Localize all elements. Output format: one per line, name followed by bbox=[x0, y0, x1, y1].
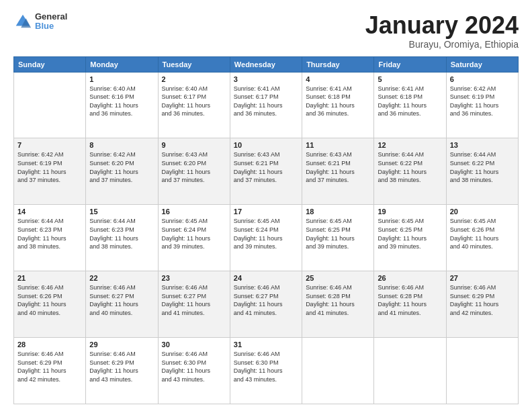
day-info: Sunrise: 6:46 AM Sunset: 6:28 PM Dayligh… bbox=[306, 283, 370, 317]
header-sunday: Sunday bbox=[14, 56, 86, 72]
day-info: Sunrise: 6:42 AM Sunset: 6:19 PM Dayligh… bbox=[17, 150, 82, 184]
day-number: 8 bbox=[89, 141, 154, 149]
table-row: 21Sunrise: 6:46 AM Sunset: 6:26 PM Dayli… bbox=[14, 271, 86, 338]
day-number: 30 bbox=[162, 340, 226, 349]
day-info: Sunrise: 6:44 AM Sunset: 6:22 PM Dayligh… bbox=[450, 150, 515, 184]
table-row: 28Sunrise: 6:46 AM Sunset: 6:29 PM Dayli… bbox=[14, 338, 86, 404]
table-row: 10Sunrise: 6:43 AM Sunset: 6:21 PM Dayli… bbox=[230, 138, 302, 205]
day-number: 7 bbox=[17, 141, 82, 149]
day-info: Sunrise: 6:46 AM Sunset: 6:30 PM Dayligh… bbox=[234, 350, 298, 383]
day-number: 12 bbox=[378, 141, 442, 149]
table-row: 8Sunrise: 6:42 AM Sunset: 6:20 PM Daylig… bbox=[86, 138, 158, 205]
header-thursday: Thursday bbox=[302, 56, 374, 72]
calendar-table: Sunday Monday Tuesday Wednesday Thursday… bbox=[13, 56, 519, 404]
day-number: 27 bbox=[450, 274, 515, 282]
day-info: Sunrise: 6:45 AM Sunset: 6:26 PM Dayligh… bbox=[450, 217, 515, 250]
day-info: Sunrise: 6:44 AM Sunset: 6:22 PM Dayligh… bbox=[378, 150, 442, 184]
table-row: 14Sunrise: 6:44 AM Sunset: 6:23 PM Dayli… bbox=[14, 205, 86, 271]
day-info: Sunrise: 6:40 AM Sunset: 6:17 PM Dayligh… bbox=[162, 85, 226, 118]
day-number: 17 bbox=[234, 208, 298, 216]
table-row: 2Sunrise: 6:40 AM Sunset: 6:17 PM Daylig… bbox=[158, 72, 230, 138]
day-info: Sunrise: 6:41 AM Sunset: 6:18 PM Dayligh… bbox=[378, 85, 442, 118]
day-number: 19 bbox=[378, 208, 442, 216]
table-row: 17Sunrise: 6:45 AM Sunset: 6:24 PM Dayli… bbox=[230, 205, 302, 271]
day-info: Sunrise: 6:44 AM Sunset: 6:23 PM Dayligh… bbox=[17, 217, 82, 250]
day-info: Sunrise: 6:44 AM Sunset: 6:23 PM Dayligh… bbox=[89, 217, 154, 250]
day-info: Sunrise: 6:46 AM Sunset: 6:27 PM Dayligh… bbox=[234, 283, 298, 317]
location-subtitle: Burayu, Oromiya, Ethiopia bbox=[365, 39, 519, 50]
day-number: 9 bbox=[162, 141, 226, 149]
table-row: 18Sunrise: 6:45 AM Sunset: 6:25 PM Dayli… bbox=[302, 205, 374, 271]
logo-line1: General bbox=[35, 12, 67, 21]
logo-text: General Blue bbox=[35, 12, 67, 32]
table-row: 19Sunrise: 6:45 AM Sunset: 6:25 PM Dayli… bbox=[374, 205, 446, 271]
day-number: 11 bbox=[306, 141, 370, 149]
day-info: Sunrise: 6:45 AM Sunset: 6:25 PM Dayligh… bbox=[378, 217, 442, 250]
calendar-week-row: 1Sunrise: 6:40 AM Sunset: 6:16 PM Daylig… bbox=[14, 72, 519, 138]
month-title: January 2024 bbox=[365, 12, 519, 39]
day-info: Sunrise: 6:45 AM Sunset: 6:25 PM Dayligh… bbox=[306, 217, 370, 250]
page: General Blue January 2024 Burayu, Oromiy… bbox=[0, 0, 532, 411]
table-row: 31Sunrise: 6:46 AM Sunset: 6:30 PM Dayli… bbox=[230, 338, 302, 404]
table-row: 3Sunrise: 6:41 AM Sunset: 6:17 PM Daylig… bbox=[230, 72, 302, 138]
day-info: Sunrise: 6:46 AM Sunset: 6:28 PM Dayligh… bbox=[378, 283, 442, 317]
weekday-header-row: Sunday Monday Tuesday Wednesday Thursday… bbox=[14, 56, 519, 72]
table-row: 15Sunrise: 6:44 AM Sunset: 6:23 PM Dayli… bbox=[86, 205, 158, 271]
table-row: 5Sunrise: 6:41 AM Sunset: 6:18 PM Daylig… bbox=[374, 72, 446, 138]
logo-line2: Blue bbox=[35, 21, 67, 31]
table-row: 6Sunrise: 6:42 AM Sunset: 6:19 PM Daylig… bbox=[446, 72, 518, 138]
table-row: 4Sunrise: 6:41 AM Sunset: 6:18 PM Daylig… bbox=[302, 72, 374, 138]
calendar-week-row: 21Sunrise: 6:46 AM Sunset: 6:26 PM Dayli… bbox=[14, 271, 519, 338]
table-row: 30Sunrise: 6:46 AM Sunset: 6:30 PM Dayli… bbox=[158, 338, 230, 404]
day-number: 22 bbox=[89, 274, 154, 282]
day-number: 21 bbox=[17, 274, 82, 282]
header-friday: Friday bbox=[374, 56, 446, 72]
table-row: 12Sunrise: 6:44 AM Sunset: 6:22 PM Dayli… bbox=[374, 138, 446, 205]
day-number: 29 bbox=[89, 340, 154, 349]
table-row: 7Sunrise: 6:42 AM Sunset: 6:19 PM Daylig… bbox=[14, 138, 86, 205]
day-number: 6 bbox=[450, 75, 515, 83]
day-number: 3 bbox=[234, 75, 298, 83]
day-number: 5 bbox=[378, 75, 442, 83]
day-number: 2 bbox=[162, 75, 226, 83]
calendar-week-row: 7Sunrise: 6:42 AM Sunset: 6:19 PM Daylig… bbox=[14, 138, 519, 205]
day-number: 25 bbox=[306, 274, 370, 282]
day-info: Sunrise: 6:40 AM Sunset: 6:16 PM Dayligh… bbox=[89, 85, 154, 118]
day-info: Sunrise: 6:41 AM Sunset: 6:18 PM Dayligh… bbox=[306, 85, 370, 118]
day-number: 10 bbox=[234, 141, 298, 149]
table-row: 20Sunrise: 6:45 AM Sunset: 6:26 PM Dayli… bbox=[446, 205, 518, 271]
title-block: January 2024 Burayu, Oromiya, Ethiopia bbox=[365, 12, 519, 50]
table-row: 13Sunrise: 6:44 AM Sunset: 6:22 PM Dayli… bbox=[446, 138, 518, 205]
day-number: 18 bbox=[306, 208, 370, 216]
day-number: 28 bbox=[17, 340, 82, 349]
table-row: 1Sunrise: 6:40 AM Sunset: 6:16 PM Daylig… bbox=[86, 72, 158, 138]
table-row: 25Sunrise: 6:46 AM Sunset: 6:28 PM Dayli… bbox=[302, 271, 374, 338]
day-number: 31 bbox=[234, 340, 298, 349]
header-saturday: Saturday bbox=[446, 56, 518, 72]
day-number: 23 bbox=[162, 274, 226, 282]
day-info: Sunrise: 6:45 AM Sunset: 6:24 PM Dayligh… bbox=[162, 217, 226, 250]
table-row: 29Sunrise: 6:46 AM Sunset: 6:29 PM Dayli… bbox=[86, 338, 158, 404]
header: General Blue January 2024 Burayu, Oromiy… bbox=[13, 12, 519, 50]
table-row bbox=[14, 72, 86, 138]
logo-icon bbox=[13, 12, 32, 31]
day-info: Sunrise: 6:46 AM Sunset: 6:27 PM Dayligh… bbox=[89, 283, 154, 317]
day-info: Sunrise: 6:46 AM Sunset: 6:30 PM Dayligh… bbox=[162, 350, 226, 383]
table-row: 26Sunrise: 6:46 AM Sunset: 6:28 PM Dayli… bbox=[374, 271, 446, 338]
day-number: 14 bbox=[17, 208, 82, 216]
day-info: Sunrise: 6:45 AM Sunset: 6:24 PM Dayligh… bbox=[234, 217, 298, 250]
day-info: Sunrise: 6:46 AM Sunset: 6:29 PM Dayligh… bbox=[89, 350, 154, 383]
calendar-week-row: 28Sunrise: 6:46 AM Sunset: 6:29 PM Dayli… bbox=[14, 338, 519, 404]
day-number: 1 bbox=[89, 75, 154, 83]
day-info: Sunrise: 6:42 AM Sunset: 6:20 PM Dayligh… bbox=[89, 150, 154, 184]
table-row: 24Sunrise: 6:46 AM Sunset: 6:27 PM Dayli… bbox=[230, 271, 302, 338]
header-monday: Monday bbox=[86, 56, 158, 72]
day-info: Sunrise: 6:42 AM Sunset: 6:19 PM Dayligh… bbox=[450, 85, 515, 118]
logo: General Blue bbox=[13, 12, 67, 32]
day-info: Sunrise: 6:46 AM Sunset: 6:29 PM Dayligh… bbox=[450, 283, 515, 317]
table-row: 23Sunrise: 6:46 AM Sunset: 6:27 PM Dayli… bbox=[158, 271, 230, 338]
day-info: Sunrise: 6:46 AM Sunset: 6:27 PM Dayligh… bbox=[162, 283, 226, 317]
calendar-week-row: 14Sunrise: 6:44 AM Sunset: 6:23 PM Dayli… bbox=[14, 205, 519, 271]
day-number: 4 bbox=[306, 75, 370, 83]
table-row: 9Sunrise: 6:43 AM Sunset: 6:20 PM Daylig… bbox=[158, 138, 230, 205]
